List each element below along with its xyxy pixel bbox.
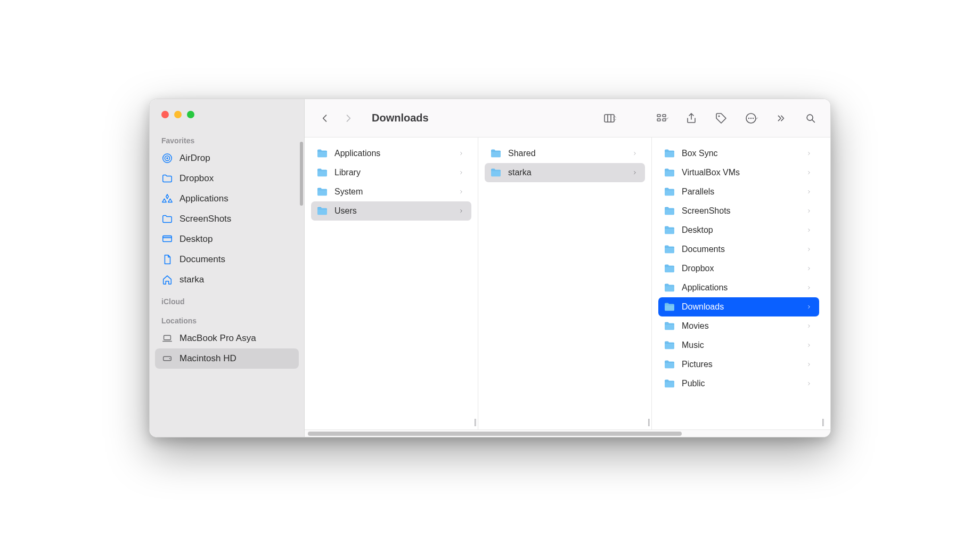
chevron-right-icon xyxy=(459,150,466,157)
browser-column: Shared starka || xyxy=(478,137,652,429)
minimize-window-button[interactable] xyxy=(174,111,182,118)
file-row[interactable]: starka xyxy=(485,163,645,182)
folder-icon xyxy=(161,213,173,225)
search-button[interactable] xyxy=(802,109,820,127)
folder-icon xyxy=(316,167,328,178)
file-row[interactable]: Public xyxy=(658,374,819,393)
window-controls xyxy=(150,99,304,128)
doc-icon xyxy=(161,254,173,265)
home-icon xyxy=(161,274,173,286)
horizontal-scrollbar-track[interactable] xyxy=(305,429,830,437)
file-row[interactable]: Applications xyxy=(658,278,819,297)
back-button[interactable] xyxy=(315,109,334,128)
folder-icon xyxy=(664,302,675,312)
chevron-right-icon xyxy=(806,285,814,291)
share-button[interactable] xyxy=(682,109,700,127)
tags-button[interactable] xyxy=(712,109,730,127)
app-icon xyxy=(161,193,173,205)
chevron-right-icon xyxy=(632,169,640,176)
file-row[interactable]: Desktop xyxy=(658,221,819,240)
sidebar-item[interactable]: ScreenShots xyxy=(155,209,299,229)
sidebar-item[interactable]: Desktop xyxy=(155,229,299,249)
sidebar-item[interactable]: MacBook Pro Asya xyxy=(155,328,299,348)
close-window-button[interactable] xyxy=(161,111,169,118)
folder-icon xyxy=(664,282,675,293)
group-by-chevron-icon[interactable] xyxy=(663,115,671,121)
file-row[interactable]: Library xyxy=(311,163,471,182)
toolbar: Downloads xyxy=(305,99,830,137)
sidebar-item-label: AirDrop xyxy=(179,153,210,164)
actions-chevron-icon[interactable] xyxy=(753,115,760,121)
sidebar-item-label: Applications xyxy=(179,193,228,204)
sidebar-section-title: Favorites xyxy=(155,134,299,148)
chevron-right-icon xyxy=(806,189,814,195)
toolbar-right xyxy=(600,109,820,127)
horizontal-scrollbar-thumb[interactable] xyxy=(308,432,682,436)
chevron-right-icon xyxy=(806,169,814,176)
file-row[interactable]: Users xyxy=(311,201,471,221)
folder-icon xyxy=(664,321,675,331)
chevron-right-icon xyxy=(806,323,814,329)
column-view: Applications Library System Users xyxy=(305,137,830,429)
file-row[interactable]: Music xyxy=(658,336,819,355)
fullscreen-window-button[interactable] xyxy=(187,111,194,118)
browser-column: Box Sync VirtualBox VMs Parallels Screen… xyxy=(652,137,826,429)
main-pane: Downloads xyxy=(304,99,830,437)
forward-button[interactable] xyxy=(339,109,358,128)
file-label: starka xyxy=(508,168,626,177)
sidebar-item-label: ScreenShots xyxy=(179,214,231,224)
folder-icon xyxy=(664,244,675,255)
sidebar: Favorites AirDrop Dropbox Applications S… xyxy=(150,99,304,437)
chevron-right-icon xyxy=(806,265,814,272)
chevron-right-icon xyxy=(459,169,466,176)
file-row[interactable]: Movies xyxy=(658,316,819,336)
file-label: Dropbox xyxy=(682,264,800,273)
sidebar-scrollbar[interactable] xyxy=(300,142,303,206)
laptop-icon xyxy=(161,332,173,344)
file-row[interactable]: Dropbox xyxy=(658,259,819,278)
sidebar-item[interactable]: starka xyxy=(155,270,299,290)
airdrop-icon xyxy=(161,152,173,164)
sidebar-item[interactable]: Applications xyxy=(155,189,299,209)
folder-icon xyxy=(664,378,675,389)
file-row[interactable]: ScreenShots xyxy=(658,201,819,221)
file-row[interactable]: Downloads xyxy=(658,297,819,316)
file-label: ScreenShots xyxy=(682,206,800,216)
folder-icon xyxy=(664,359,675,370)
file-row[interactable]: Pictures xyxy=(658,355,819,374)
file-row[interactable]: Applications xyxy=(311,144,471,163)
folder-icon xyxy=(316,148,328,159)
sidebar-content: Favorites AirDrop Dropbox Applications S… xyxy=(150,128,304,437)
chevron-right-icon xyxy=(806,342,814,348)
chevron-right-icon xyxy=(806,246,814,253)
file-label: Applications xyxy=(682,283,800,293)
view-mode-chevron-icon[interactable] xyxy=(611,115,618,122)
column-resize-handle[interactable]: || xyxy=(648,418,649,426)
file-row[interactable]: Shared xyxy=(485,144,645,163)
file-row[interactable]: Parallels xyxy=(658,182,819,201)
folder-icon xyxy=(316,186,328,197)
file-label: Pictures xyxy=(682,360,800,369)
sidebar-item[interactable]: Macintosh HD xyxy=(155,348,299,369)
folder-icon xyxy=(490,167,502,178)
file-label: System xyxy=(334,187,452,197)
column-resize-handle[interactable]: || xyxy=(474,418,476,426)
folder-icon xyxy=(664,263,675,274)
file-row[interactable]: System xyxy=(311,182,471,201)
folder-icon xyxy=(664,340,675,351)
column-resize-handle[interactable]: || xyxy=(822,418,823,426)
folder-icon xyxy=(664,186,675,197)
sidebar-item-label: MacBook Pro Asya xyxy=(179,333,256,344)
browser-column: Applications Library System Users xyxy=(305,137,478,429)
file-label: Parallels xyxy=(682,187,800,197)
sidebar-item[interactable]: Dropbox xyxy=(155,168,299,189)
toolbar-overflow-button[interactable] xyxy=(772,109,790,127)
sidebar-item[interactable]: AirDrop xyxy=(155,148,299,168)
file-row[interactable]: Documents xyxy=(658,240,819,259)
file-row[interactable]: VirtualBox VMs xyxy=(658,163,819,182)
file-label: Box Sync xyxy=(682,149,800,158)
file-label: Public xyxy=(682,379,800,388)
folder-icon xyxy=(664,148,675,159)
file-row[interactable]: Box Sync xyxy=(658,144,819,163)
sidebar-item[interactable]: Documents xyxy=(155,249,299,270)
